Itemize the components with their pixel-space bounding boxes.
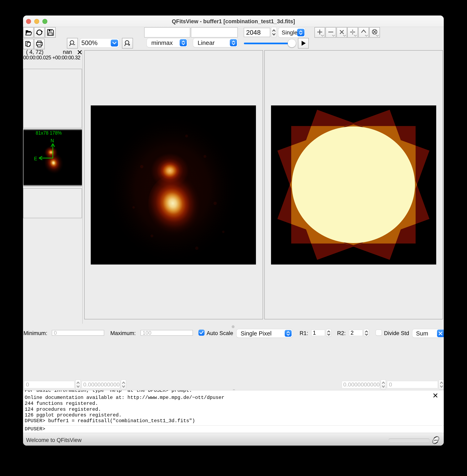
svg-text:81x78 178%: 81x78 178% [36,130,62,136]
svg-text:MPE: MPE [434,439,438,441]
svg-text:E: E [34,156,37,161]
svg-text:N: N [51,138,54,143]
